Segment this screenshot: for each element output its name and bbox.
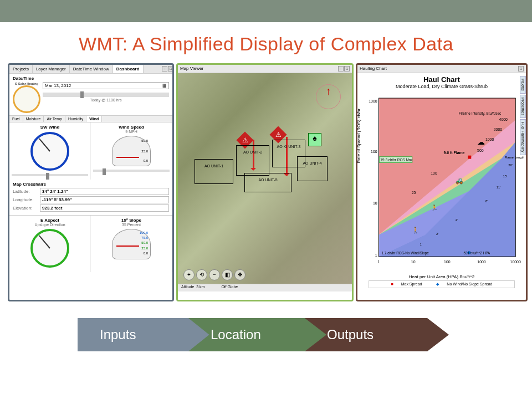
tab-datetime[interactable]: DateTime Window	[70, 65, 113, 73]
svg-text:11': 11'	[497, 186, 501, 189]
svg-text:🏃: 🏃	[431, 204, 438, 212]
chart-panel: Hauling Chart □ Palette Properties Fuel …	[356, 63, 528, 301]
svg-text:25: 25	[412, 191, 416, 195]
chevron-outputs: Outputs	[305, 318, 449, 351]
wind-speed-label: Wind Speed	[93, 125, 170, 130]
svg-text:4000: 4000	[499, 118, 508, 122]
svg-text:☁: ☁	[477, 137, 485, 146]
svg-text:100: 100	[371, 150, 377, 154]
layers-icon[interactable]: ◧	[222, 269, 233, 280]
wx-tab-moisture[interactable]: Moisture	[23, 116, 44, 122]
chart-ylabel: Rate of Spread (ROS) ch/hr	[356, 109, 361, 163]
minimize-icon[interactable]: -	[162, 66, 167, 71]
map-panel: Map Viewer - □ ⚠ ⚠ ♠ AO UNIT-1 AO UNIT-2…	[176, 63, 354, 301]
flow-chevrons: Inputs Location Outputs	[78, 318, 454, 351]
zoom-out-icon[interactable]: −	[209, 269, 220, 280]
svg-text:2': 2'	[436, 232, 438, 236]
tab-projects[interactable]: Projects	[9, 65, 33, 73]
chevron-inputs: Inputs	[78, 318, 211, 351]
haul-chart-plot: Rate of Spread (ROS) ch/hr	[360, 91, 524, 274]
lon-label: Longitude:	[13, 197, 38, 202]
tab-dashboard[interactable]: Dashboard	[113, 65, 144, 73]
wind-speed-value: 9 MPH	[93, 130, 170, 134]
pan-icon[interactable]: ✥	[234, 269, 245, 280]
wx-tab-humidity[interactable]: Humidity	[65, 116, 86, 122]
inputs-panel: - □ Projects Layer Manager DateTime Wind…	[8, 63, 174, 301]
svg-text:Flame Length, ft: Flame Length, ft	[504, 156, 524, 159]
reset-icon[interactable]: ⟲	[196, 269, 207, 280]
svg-text:1000: 1000	[485, 137, 494, 141]
max-spread-point	[468, 156, 471, 159]
window-controls: - □	[162, 66, 173, 71]
date-input[interactable]: Mar 13, 2012 ▦	[43, 82, 169, 89]
elev-value[interactable]: 923.2 feet	[40, 204, 169, 212]
svg-text:15': 15'	[503, 175, 508, 178]
svg-text:10: 10	[411, 260, 416, 264]
map-unit[interactable]: AO UNIT-5	[244, 173, 291, 192]
svg-text:1': 1'	[420, 243, 422, 246]
wind-dir-label: SW Wind	[12, 125, 88, 130]
wind-speed-slider[interactable]	[93, 170, 170, 172]
aspect-sub: Upslope Direction	[12, 223, 88, 227]
compass-rose-icon	[316, 84, 341, 109]
veg-icon[interactable]: ♠	[308, 133, 321, 146]
svg-text:1000: 1000	[369, 99, 377, 103]
wind-speed-gauge: 50.0 25.0 0.0	[112, 136, 151, 166]
map-min-icon[interactable]: -	[338, 66, 344, 71]
svg-text:100: 100	[431, 171, 437, 175]
aspect-compass[interactable]	[30, 229, 69, 268]
lat-label: Latitude:	[13, 189, 38, 194]
chart-legend: ■ Max Spread ◆ No Wind/No Slope Spread	[369, 280, 515, 288]
wind-compass[interactable]	[30, 132, 69, 171]
tab-layer-manager[interactable]: Layer Manager	[33, 65, 70, 73]
map-max-icon[interactable]: □	[344, 66, 350, 71]
wx-tab-wind[interactable]: Wind	[86, 116, 102, 122]
svg-text:79.3 ch/hr ROS Max: 79.3 ch/hr ROS Max	[380, 158, 413, 162]
chart-max-icon[interactable]: □	[518, 66, 524, 71]
svg-text:531 btu/ft^2 HPA: 531 btu/ft^2 HPA	[463, 251, 490, 255]
page-title: WMT: A Simplified Display of Complex Dat…	[0, 33, 532, 55]
svg-text:8': 8'	[485, 200, 488, 203]
svg-text:1.7 ch/hr ROS-No Wind/Slope: 1.7 ch/hr ROS-No Wind/Slope	[381, 251, 429, 255]
svg-text:Fireline Intensity, Btu/ft/sec: Fireline Intensity, Btu/ft/sec	[459, 111, 502, 116]
lon-value[interactable]: -119° 5' 53.99"	[40, 196, 169, 203]
slope-label: 19° Slope	[93, 218, 170, 223]
svg-text:1000: 1000	[477, 260, 485, 264]
elev-label: Elevation:	[13, 206, 38, 211]
map-canvas[interactable]: ⚠ ⚠ ♠ AO UNIT-1 AO UNIT-2 AO KI UNIT-3 A…	[178, 73, 352, 291]
zoom-in-icon[interactable]: +	[183, 269, 195, 280]
solar-gauge	[13, 85, 40, 113]
wx-tab-fuel[interactable]: Fuel	[9, 116, 23, 122]
svg-text:🚶: 🚶	[412, 226, 420, 234]
svg-text:🚜: 🚜	[456, 177, 463, 185]
chart-xlabel: Heat per Unit Area (HPA) Btu/ft^2	[357, 274, 526, 279]
crosshairs-section-label: Map Crosshairs	[13, 182, 169, 187]
map-unit[interactable]: AO UNIT-1	[195, 159, 233, 184]
svg-text:10000: 10000	[510, 260, 521, 264]
wind-dir-slider[interactable]	[12, 174, 88, 176]
svg-text:1: 1	[378, 260, 380, 264]
slope-gauge: 100.0 75.0 50.0 25.0 0.0	[112, 229, 151, 259]
map-unit[interactable]: AO UNIT-4	[297, 156, 328, 181]
header-bar	[0, 0, 532, 22]
maximize-icon[interactable]: □	[168, 66, 173, 71]
datetime-section-label: Date/Time	[13, 76, 169, 81]
svg-text:2000: 2000	[494, 127, 502, 131]
chevron-location: Location	[188, 318, 327, 351]
time-label: Today @ 1100 hrs	[43, 98, 169, 102]
wx-tab-airtemp[interactable]: Air Temp	[44, 116, 65, 122]
svg-text:20': 20'	[508, 163, 513, 167]
svg-text:9.6 ft Flame: 9.6 ft Flame	[444, 151, 465, 155]
chart-subtitle: Moderate Load, Dry Climate Grass-Shrub	[357, 84, 526, 89]
svg-text:500: 500	[477, 149, 484, 152]
calendar-icon[interactable]: ▦	[162, 83, 167, 88]
chart-tab-label[interactable]: Hauling Chart	[360, 66, 387, 71]
svg-text:100: 100	[444, 260, 451, 264]
svg-text:1: 1	[375, 253, 377, 257]
time-slider[interactable]	[43, 93, 169, 97]
map-status-bar: Altitude 3 km Off Globe	[178, 284, 352, 291]
map-unit[interactable]: AO UNIT-2	[236, 145, 269, 176]
lat-value[interactable]: 34° 24' 1.24"	[40, 188, 169, 195]
svg-text:4': 4'	[456, 218, 458, 222]
svg-text:10: 10	[373, 201, 377, 205]
